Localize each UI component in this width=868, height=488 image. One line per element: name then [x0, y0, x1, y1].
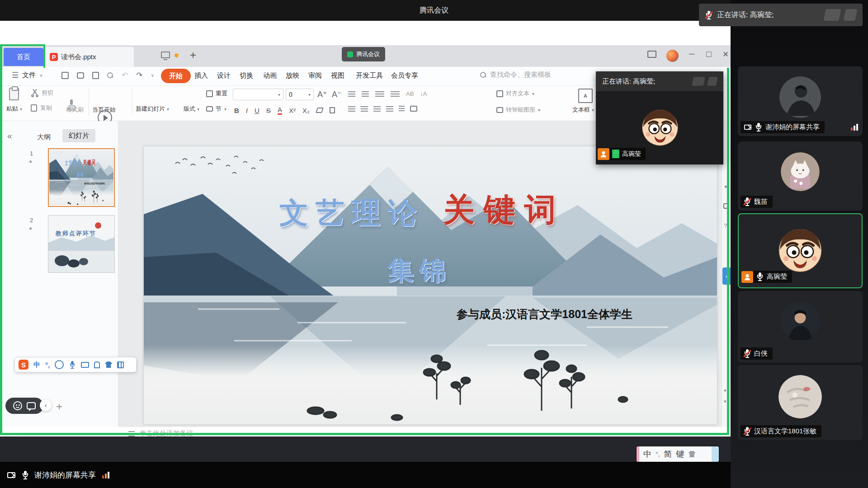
file-menu[interactable]: ☰ 文件 ∨ [12, 70, 43, 80]
soft-keyboard-icon[interactable] [81, 362, 89, 368]
strikethrough-button[interactable]: S [266, 107, 271, 114]
wps-user-avatar[interactable] [666, 50, 679, 62]
paste-icon[interactable] [9, 88, 19, 100]
reaction-pill[interactable] [5, 398, 43, 414]
slide2-thumbnail[interactable]: 教师点评环节 [48, 215, 115, 273]
ribbon-tab-home[interactable]: 开始 [161, 69, 191, 83]
slide1-thumbnail[interactable]: 文艺理论 关键词 集锦 参与成员:汉语言文学1801全体学生 [48, 148, 115, 207]
maximize-button[interactable]: □ [706, 49, 711, 59]
ribbon-tab-devtools[interactable]: 开发工具 [356, 71, 383, 80]
decrease-indent-icon[interactable] [375, 91, 384, 97]
tab-document[interactable]: P 读书会.pptx [45, 47, 134, 67]
ime-skin-icon[interactable] [689, 451, 696, 457]
participant-tile-zhangmin[interactable]: 汉语言文学1801张敏 [738, 365, 863, 440]
reset-button[interactable]: 重置 [206, 89, 227, 98]
collapse-panel-button[interactable]: « [7, 131, 12, 141]
collapse-pill-button[interactable]: ‹ [40, 399, 52, 411]
ime-lang-label[interactable]: 中 [643, 449, 651, 460]
grow-font-button[interactable]: A⁺ [317, 89, 327, 99]
ime-lang-icon[interactable]: 中 [33, 361, 40, 369]
tab-home[interactable]: 首页 [4, 48, 43, 66]
font-size-combo[interactable]: 0 ▾ [286, 89, 314, 100]
preview-icon[interactable] [92, 72, 99, 79]
scroll-up-icon[interactable]: ▴ [724, 387, 726, 393]
textbox-icon[interactable]: A [578, 89, 593, 103]
ribbon-tab-design[interactable]: 设计 [217, 71, 231, 80]
meeting-floating-badge[interactable]: 腾讯会议 [342, 47, 385, 61]
ribbon-tab-membership[interactable]: 会员专享 [391, 71, 418, 80]
line-spacing-icon[interactable] [399, 106, 405, 112]
participant-tile-weimiao[interactable]: 魏苗 [738, 141, 863, 211]
ribbon-tab-insert[interactable]: 插入 [194, 71, 208, 80]
ribbon-tab-transition[interactable]: 切换 [240, 71, 253, 80]
layout-switch-icon[interactable] [647, 51, 656, 58]
increase-indent-icon[interactable] [391, 91, 400, 97]
print-icon[interactable] [77, 72, 84, 79]
textbox-button[interactable]: 文本框 ▾ [572, 106, 594, 114]
font-name-combo[interactable]: ▾ [233, 89, 283, 100]
format-painter-button[interactable]: 格式刷 [66, 106, 84, 114]
ime-punct-icon[interactable]: °, [45, 361, 50, 369]
layout-button[interactable]: 版式 ▾ [184, 105, 199, 113]
align-right-icon[interactable] [373, 106, 381, 112]
ribbon-tab-animation[interactable]: 动画 [263, 71, 277, 80]
align-text-button[interactable]: 对齐文本 ▾ [496, 89, 534, 98]
character-spacing-icon[interactable]: AB [406, 90, 414, 97]
voice-input-icon[interactable] [69, 361, 75, 368]
find-icon[interactable] [107, 72, 113, 79]
bullet-list-icon[interactable] [348, 91, 355, 97]
cut-button[interactable]: 剪切 [31, 89, 53, 97]
to-smartart-button[interactable]: 转智能图形 ▾ [496, 106, 540, 114]
add-slide-plus-button[interactable]: + [56, 400, 62, 413]
ribbon-tab-slideshow[interactable]: 放映 [286, 71, 299, 80]
align-center-icon[interactable] [361, 106, 368, 112]
redo-icon[interactable]: ↷ [136, 70, 142, 80]
scroll-down-icon[interactable]: ▾ [724, 399, 726, 404]
section-button[interactable]: 节 ▾ [206, 105, 226, 113]
ribbon-tab-view[interactable]: 视图 [331, 71, 344, 80]
participant-tile-gaowanying[interactable]: 高琬莹 [738, 213, 863, 288]
superscript-button[interactable]: X² [289, 107, 296, 114]
ime-simplified-label[interactable]: 简 [664, 449, 672, 460]
minimize-button[interactable]: ─ [689, 50, 694, 59]
new-slide-button[interactable]: 新建幻灯片 ▾ [136, 105, 169, 113]
number-list-icon[interactable] [362, 91, 369, 97]
ribbon-tab-review[interactable]: 审阅 [308, 71, 322, 80]
ime-softkb-label[interactable]: 键 [676, 449, 684, 460]
justify-icon[interactable] [386, 106, 393, 112]
sogou-toolbar[interactable]: S 中 °, [14, 357, 137, 372]
floating-speaker-window[interactable]: 正在讲话: 高琬莹; 高琬莹 [596, 71, 723, 164]
toolbar-more-icon[interactable]: ∨ [151, 73, 154, 78]
underline-button[interactable]: U [255, 107, 259, 114]
tab-slides[interactable]: 幻灯片 [62, 129, 95, 142]
emoji-picker-icon[interactable] [55, 360, 64, 369]
undo-icon[interactable]: ↶ [122, 70, 128, 80]
new-tab-button[interactable]: + [190, 49, 196, 61]
bold-button[interactable]: B [234, 107, 239, 114]
font-color-button[interactable]: A [278, 106, 282, 115]
ime-punct-label[interactable]: °, [656, 450, 660, 458]
participant-tile-baixia[interactable]: 白侠 [738, 291, 863, 362]
current-slide[interactable]: 文艺理论 关键词 集锦 参与成员:汉语言文学1801全体学生 [144, 146, 717, 424]
expand-pane-tab[interactable]: › [722, 267, 731, 285]
ime-status-bar[interactable]: 中 °, 简 键 [637, 446, 719, 462]
highlight-icon[interactable] [330, 107, 335, 113]
text-direction-icon[interactable]: ↕A [420, 90, 427, 97]
toolbox-grid-icon[interactable] [117, 361, 124, 368]
paste-button[interactable]: 粘贴 ▾ [6, 105, 22, 113]
copy-button[interactable]: 复制 [31, 104, 52, 112]
participant-tile-xiepeijuan[interactable]: 谢沛娟的屏幕共享 [738, 66, 863, 136]
play-current-button[interactable]: 当页开始 [92, 106, 116, 114]
italic-button[interactable]: I [246, 107, 248, 114]
shrink-font-button[interactable]: A⁻ [332, 89, 342, 99]
skin-person-icon[interactable] [94, 361, 100, 368]
floating-speaker-header[interactable]: 正在讲话: 高琬莹; [596, 71, 723, 91]
clear-format-icon[interactable] [316, 108, 324, 113]
tab-outline[interactable]: 大纲 [37, 133, 51, 141]
command-search[interactable]: 查找命令、搜索模板 [480, 70, 551, 79]
skin-shirt-icon[interactable] [105, 361, 112, 368]
subscript-button[interactable]: X₂ [302, 107, 310, 114]
close-button[interactable]: ✕ [722, 50, 729, 59]
save-icon[interactable] [61, 72, 69, 79]
columns-icon[interactable] [410, 106, 417, 112]
